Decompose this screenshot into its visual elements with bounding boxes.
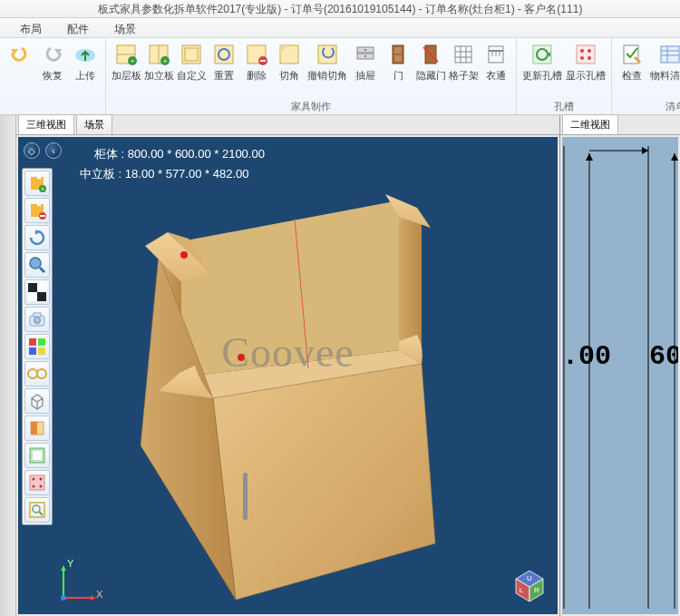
undo-cut-button[interactable]: 撤销切角 [306, 40, 349, 99]
rod-icon [483, 42, 509, 67]
svg-text:U: U [527, 574, 532, 582]
vertical-toolbar: + [22, 168, 53, 525]
svg-point-81 [40, 485, 43, 488]
bom-button[interactable]: 物料清单 [648, 40, 680, 99]
cabinet-3d-render [18, 137, 558, 614]
workspace: 三维视图 场景 ◇ ‹ 柜体 : 800.00 * 600.00 * 2100.… [0, 115, 680, 616]
svg-rect-62 [37, 292, 46, 301]
svg-point-42 [588, 56, 591, 60]
viewport-2d[interactable]: 0.00 60 [562, 137, 678, 614]
custom-button[interactable]: 自定义 [175, 40, 208, 99]
ribbon-group-list-label: 清单 [616, 99, 680, 114]
cloud-upload-icon [73, 42, 98, 67]
app-title: 板式家具参数化拆单软件2017(专业版) - 订单号(2016101910514… [98, 3, 583, 15]
zoom-fit-icon [28, 501, 46, 519]
section-icon [28, 419, 46, 437]
add-vpanel-icon: + [146, 42, 171, 67]
undo-cut-icon [315, 42, 340, 67]
tool-zoom-button[interactable] [24, 252, 50, 278]
magnifier-icon [28, 256, 46, 274]
check-icon [619, 42, 645, 67]
dim-value-2: 60 [649, 341, 678, 372]
tab-2dview[interactable]: 二维视图 [562, 114, 618, 134]
svg-rect-74 [31, 422, 37, 435]
tool-panel-b-button[interactable] [24, 470, 50, 495]
svg-text:R: R [534, 586, 539, 594]
tool-camera-button[interactable] [24, 307, 50, 332]
update-hole-button[interactable]: 更新孔槽 [520, 40, 564, 99]
svg-point-79 [40, 478, 43, 481]
show-hole-icon [573, 42, 598, 67]
grid-shelf-button[interactable]: 格子架 [447, 40, 480, 99]
delete-icon [244, 42, 269, 67]
svg-rect-44 [661, 46, 679, 63]
redo-button[interactable]: 恢复 [36, 40, 69, 112]
add-shelf-button[interactable]: + 加层板 [110, 40, 142, 99]
tab-3dview[interactable]: 三维视图 [18, 114, 74, 134]
svg-rect-53 [243, 473, 248, 520]
menu-accessory[interactable]: 配件 [54, 18, 102, 37]
svg-point-51 [238, 354, 245, 361]
axis-x-label: X [96, 589, 102, 600]
svg-rect-23 [394, 55, 402, 62]
add-shelf-icon: + [113, 42, 139, 67]
svg-rect-67 [38, 338, 45, 346]
bom-icon [657, 42, 680, 67]
delete-button[interactable]: 删除 [240, 40, 273, 99]
tool-color-button[interactable] [24, 334, 50, 359]
add-vpanel-button[interactable]: + 加立板 [142, 40, 175, 99]
ribbon-group-history: 恢复 上传 [0, 38, 106, 114]
door-button[interactable]: 门 [382, 40, 414, 99]
show-hole-button[interactable]: 显示孔槽 [564, 40, 607, 99]
hidden-door-button[interactable]: 隐藏门 [414, 40, 447, 99]
refresh-hole-icon [529, 42, 555, 67]
puzzle-minus-icon [28, 201, 46, 220]
viewport-3d[interactable]: ◇ ‹ 柜体 : 800.00 * 600.00 * 2100.00 中立板 :… [18, 137, 558, 614]
svg-rect-38 [577, 45, 595, 64]
ribbon: 恢复 上传 + 加层板 + 加立板 自定义 [0, 38, 680, 115]
tool-zoomfit-button[interactable] [24, 497, 50, 523]
svg-point-89 [61, 595, 66, 601]
svg-marker-86 [91, 595, 95, 601]
svg-text:+: + [131, 57, 135, 65]
svg-point-64 [34, 318, 41, 324]
upload-button[interactable]: 上传 [69, 40, 102, 112]
cut-corner-button[interactable]: 切角 [273, 40, 306, 99]
title-bar: 板式家具参数化拆单软件2017(专业版) - 订单号(2016101910514… [0, 0, 680, 18]
tool-panel-a-button[interactable] [24, 443, 50, 468]
tool-wireframe-button[interactable] [24, 388, 50, 414]
ribbon-group-furniture: + 加层板 + 加立板 自定义 重置 删除 切角 [106, 38, 517, 114]
panel-2d: 二维视图 0.00 60 [560, 115, 680, 616]
svg-rect-76 [33, 451, 42, 460]
tool-material-button[interactable] [24, 279, 50, 305]
rotate-icon [28, 229, 46, 247]
svg-point-78 [33, 478, 35, 481]
check-button[interactable]: 检查 [616, 40, 648, 99]
tool-rotate-button[interactable] [24, 225, 50, 250]
dim-lines [562, 137, 678, 614]
custom-icon [179, 42, 204, 67]
cut-corner-icon [277, 42, 302, 67]
svg-marker-88 [61, 566, 66, 571]
checker-icon [28, 283, 46, 301]
left-gutter [0, 115, 16, 616]
undo-button[interactable] [4, 40, 36, 112]
rod-button[interactable]: 衣通 [480, 40, 512, 99]
svg-marker-100 [671, 153, 678, 161]
tab-scene[interactable]: 场景 [76, 114, 112, 134]
reset-icon [211, 42, 237, 67]
tool-addpart-button[interactable]: + [24, 171, 50, 196]
drawer-button[interactable]: 抽屉 [349, 40, 382, 99]
tool-removepart-button[interactable] [24, 198, 50, 223]
menu-scene[interactable]: 场景 [102, 18, 149, 37]
puzzle-plus-icon: + [28, 174, 46, 192]
tool-measure-button[interactable] [24, 361, 50, 386]
menu-layout[interactable]: 布局 [7, 18, 54, 37]
tool-section-button[interactable] [24, 416, 50, 441]
reset-button[interactable]: 重置 [208, 40, 240, 99]
axis-y-label: Y [67, 558, 73, 569]
undo-icon [7, 42, 33, 67]
svg-line-84 [39, 512, 43, 515]
view-cube[interactable]: U L R [510, 567, 549, 605]
door-icon [385, 42, 411, 67]
